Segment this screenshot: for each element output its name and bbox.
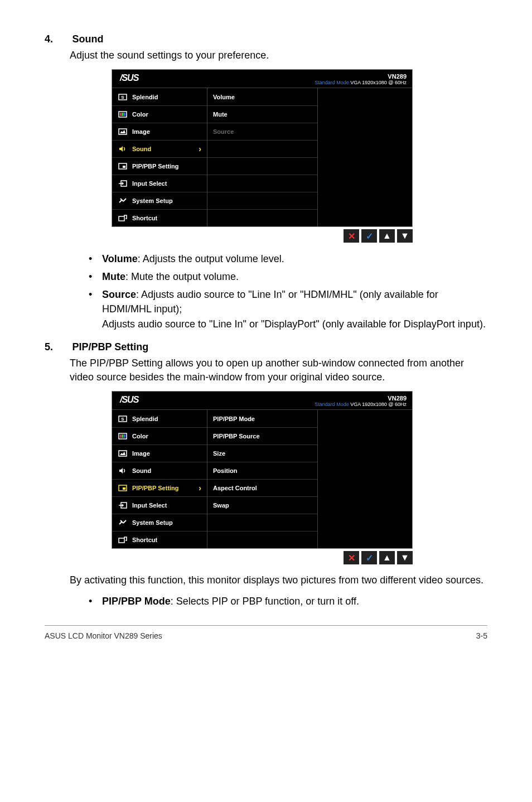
- osd-submenu: VolumeMuteSource: [207, 88, 317, 226]
- osd-menu-item[interactable]: Sound›: [112, 140, 207, 157]
- osd-menu-item[interactable]: Position: [207, 462, 317, 479]
- svg-rect-3: [120, 113, 122, 116]
- osd-menu-item[interactable]: Aspect Control: [207, 479, 317, 496]
- up-icon[interactable]: ▲: [379, 551, 395, 564]
- down-icon[interactable]: ▼: [397, 551, 413, 564]
- osd-menu-label: Position: [213, 467, 237, 474]
- osd-menu-item[interactable]: Shortcut: [112, 209, 207, 226]
- osd-menu-label: Color: [132, 111, 148, 118]
- osd-main-menu: SSplendidColorImageSoundPIP/PBP Setting›…: [112, 410, 207, 548]
- bullet-source: Source: Adjusts audio source to "Line In…: [86, 287, 487, 331]
- osd-menu-item: [207, 192, 317, 209]
- section-sound: 4. Sound Adjust the sound settings to yo…: [45, 33, 487, 62]
- footer-right: 3-5: [476, 631, 487, 640]
- page-footer: ASUS LCD Monitor VN289 Series 3-5: [45, 625, 487, 640]
- osd-menu-item[interactable]: System Setup: [112, 192, 207, 209]
- osd-header-info: VN289 Standard Mode VGA 1920x1080 @ 60Hz: [315, 395, 407, 407]
- osd-menu-item[interactable]: Volume: [207, 88, 317, 105]
- svg-marker-21: [119, 468, 123, 474]
- shortcut-icon: [118, 536, 128, 544]
- section-number: 5.: [45, 341, 70, 353]
- osd-menu-label: Input Select: [132, 180, 167, 187]
- osd-menu-item[interactable]: Image: [112, 123, 207, 140]
- osd-menu-label: Mute: [213, 111, 228, 118]
- sound-icon: [118, 467, 128, 475]
- asus-logo: /SUS: [120, 73, 138, 83]
- osd-menu-item[interactable]: Input Select: [112, 175, 207, 192]
- osd-menu-item[interactable]: Source: [207, 123, 317, 140]
- osd-menu-item[interactable]: System Setup: [112, 514, 207, 531]
- color-icon: [118, 432, 128, 440]
- close-icon[interactable]: ✕: [344, 551, 359, 564]
- osd-menu-label: Image: [132, 128, 150, 135]
- section-pip: 5. PIP/PBP Setting The PIP/PBP Setting a…: [45, 341, 487, 384]
- svg-rect-10: [123, 166, 125, 168]
- osd-menu-label: Sound: [132, 146, 151, 152]
- osd-menu-item[interactable]: PIP/PBP Source: [207, 427, 317, 445]
- svg-text:S: S: [121, 417, 124, 422]
- osd-header: /SUS VN289 Standard Mode VGA 1920x1080 @…: [112, 392, 412, 410]
- osd-menu-label: Swap: [213, 502, 229, 509]
- input-icon: [118, 180, 128, 187]
- svg-marker-20: [120, 452, 125, 455]
- osd-model: VN289: [315, 395, 407, 402]
- osd-menu-item[interactable]: PIP/PBP Setting: [112, 157, 207, 175]
- sound-icon: [118, 145, 128, 153]
- osd-menu-label: PIP/PBP Mode: [213, 416, 255, 422]
- osd-sound-screenshot: /SUS VN289 Standard Mode VGA 1920x1080 @…: [112, 69, 413, 227]
- osd-menu-label: System Setup: [132, 519, 173, 526]
- section-title: Sound: [72, 33, 103, 45]
- down-icon[interactable]: ▼: [397, 229, 413, 243]
- image-icon: [118, 450, 128, 457]
- svg-rect-6: [119, 129, 127, 134]
- pip-bullet-list: PIP/PBP Mode: Selects PIP or PBP functio…: [86, 594, 487, 608]
- osd-menu-item[interactable]: Color: [112, 105, 207, 123]
- osd-nav-buttons: ✕ ✓ ▲ ▼: [112, 229, 413, 243]
- osd-menu-label: Shortcut: [132, 215, 157, 221]
- svg-marker-8: [119, 146, 123, 152]
- svg-rect-18: [124, 434, 125, 438]
- footer-left: ASUS LCD Monitor VN289 Series: [45, 631, 162, 640]
- bullet-volume: Volume: Adjusts the output volume level.: [86, 252, 487, 266]
- input-icon: [118, 501, 128, 509]
- bullet-mute: Mute: Mute the output volume.: [86, 269, 487, 284]
- chevron-right-icon: ›: [199, 484, 201, 492]
- up-icon[interactable]: ▲: [379, 229, 395, 243]
- pip-icon: [118, 162, 128, 170]
- osd-menu-item[interactable]: Mute: [207, 105, 317, 123]
- osd-menu-item[interactable]: PIP/PBP Setting›: [112, 479, 207, 496]
- osd-menu-item[interactable]: PIP/PBP Mode: [207, 410, 317, 427]
- osd-menu-item[interactable]: Sound: [112, 462, 207, 479]
- svg-text:S: S: [121, 95, 124, 100]
- osd-menu-item: [207, 140, 317, 157]
- svg-rect-4: [122, 113, 124, 116]
- setup-icon: [118, 519, 128, 526]
- osd-menu-item[interactable]: Shortcut: [112, 531, 207, 548]
- splendid-icon: S: [118, 415, 128, 423]
- pip-post-text: By activating this function, this monito…: [70, 573, 487, 587]
- check-icon[interactable]: ✓: [361, 229, 377, 243]
- osd-value-column: [317, 410, 412, 548]
- color-icon: [118, 110, 128, 118]
- close-icon[interactable]: ✕: [344, 229, 359, 243]
- section-description: Adjust the sound settings to your prefer…: [70, 49, 487, 62]
- svg-rect-5: [124, 113, 125, 116]
- osd-menu-item[interactable]: SSplendid: [112, 410, 207, 427]
- chevron-right-icon: ›: [199, 144, 201, 153]
- osd-mode: Standard Mode VGA 1920x1080 @ 60Hz: [315, 80, 407, 85]
- setup-icon: [118, 197, 128, 205]
- check-icon[interactable]: ✓: [361, 551, 377, 564]
- osd-menu-item[interactable]: Input Select: [112, 496, 207, 514]
- section-description: The PIP/PBP Setting allows you to open u…: [70, 356, 487, 384]
- svg-rect-17: [122, 434, 124, 438]
- osd-menu-item[interactable]: Size: [207, 445, 317, 462]
- osd-menu-item[interactable]: SSplendid: [112, 88, 207, 105]
- osd-menu-item[interactable]: Image: [112, 445, 207, 462]
- osd-menu-label: PIP/PBP Setting: [132, 163, 179, 170]
- bullet-pip-mode: PIP/PBP Mode: Selects PIP or PBP functio…: [86, 594, 487, 608]
- osd-submenu: PIP/PBP ModePIP/PBP SourceSizePositionAs…: [207, 410, 317, 548]
- osd-menu-item[interactable]: Swap: [207, 496, 317, 514]
- osd-menu-item[interactable]: Color: [112, 427, 207, 445]
- osd-pip-screenshot: /SUS VN289 Standard Mode VGA 1920x1080 @…: [112, 391, 413, 549]
- osd-menu-label: Sound: [132, 467, 151, 474]
